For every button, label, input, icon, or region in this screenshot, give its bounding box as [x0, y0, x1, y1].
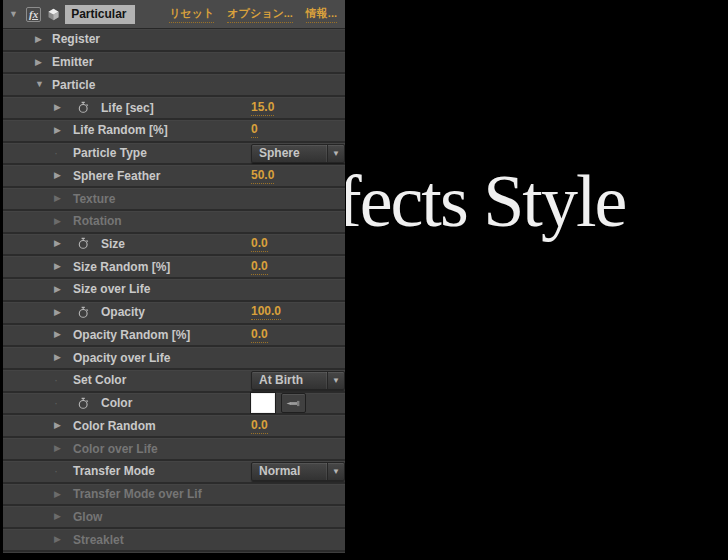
row-label-cell: · Color [3, 396, 251, 410]
property-value[interactable]: 15.0 [251, 100, 274, 116]
disclosure-triangle-icon[interactable]: ▶ [54, 262, 70, 271]
row-label-cell: ▶ Color Random [3, 419, 251, 433]
composition-text: fects Style [337, 159, 625, 244]
row-value-cell: Sphere ▼ [251, 144, 345, 163]
disclosure-triangle-icon[interactable]: ▶ [54, 285, 70, 294]
property-label: Particle Type [73, 146, 147, 160]
color-control [251, 393, 306, 413]
chevron-down-icon: ▼ [327, 145, 344, 162]
dropdown[interactable]: At Birth ▼ [251, 371, 345, 390]
dropdown[interactable]: Normal ▼ [251, 462, 345, 481]
effect-name[interactable]: Particular [65, 5, 134, 24]
disclosure-triangle-icon[interactable]: ▶ [54, 421, 70, 430]
disclosure-triangle-icon[interactable]: ▶ [54, 103, 70, 112]
disclosure-triangle-icon[interactable]: ▶ [54, 535, 70, 544]
disclosure-triangle-icon[interactable]: ▶ [35, 35, 49, 44]
property-value[interactable]: 0.0 [251, 259, 268, 275]
row-size: ▶ Size 0.0 [3, 234, 345, 257]
property-label: Size Random [%] [73, 260, 170, 274]
disclosure-triangle-icon[interactable]: ▶ [54, 126, 70, 135]
disclosure-triangle-icon[interactable]: ▶ [54, 171, 70, 180]
disclosure-triangle-icon: · [54, 465, 70, 477]
property-label: Color Random [73, 419, 156, 433]
property-label: Life [sec] [101, 101, 154, 115]
property-label: Color [101, 396, 132, 410]
row-label-cell: · Set Color [3, 373, 251, 387]
disclosure-triangle-icon[interactable]: ▶ [35, 58, 49, 67]
row-label-cell: ▶ Opacity Random [%] [3, 328, 251, 342]
disclosure-triangle-icon[interactable]: ▶ [54, 512, 70, 521]
row-register: ▶ Register [3, 29, 345, 52]
property-label: Life Random [%] [73, 123, 168, 137]
property-value[interactable]: 100.0 [251, 304, 281, 320]
property-value[interactable]: 0.0 [251, 327, 268, 343]
effect-links: リセット オプション... 情報... [169, 6, 345, 23]
property-value[interactable]: 0.0 [251, 418, 268, 434]
row-opacity-over-life: ▶ Opacity over Life [3, 347, 345, 370]
stopwatch-icon[interactable] [77, 306, 90, 319]
disclosure-triangle-icon[interactable]: ▶ [54, 239, 70, 248]
row-label-cell: ▶ Streaklet [3, 533, 251, 547]
property-value[interactable]: 0 [251, 122, 258, 138]
effect-cube-icon [47, 8, 60, 21]
row-value-cell: 100.0 [251, 304, 345, 320]
dropdown[interactable]: Sphere ▼ [251, 144, 345, 163]
property-label: Sphere Feather [73, 169, 160, 183]
fx-badge-icon[interactable]: fx [26, 7, 41, 22]
row-value-cell: 0.0 [251, 259, 345, 275]
dropdown-value: At Birth [252, 373, 327, 387]
stopwatch-icon[interactable] [77, 237, 90, 250]
color-swatch[interactable] [251, 393, 275, 413]
disclosure-triangle-icon[interactable]: ▶ [54, 330, 70, 339]
effect-header: ▼ fx Particular リセット オプション... 情報... [3, 0, 345, 29]
row-value-cell: 0.0 [251, 327, 345, 343]
disclosure-triangle-icon[interactable]: ▶ [54, 194, 70, 203]
disclosure-triangle-icon[interactable]: ▼ [35, 80, 49, 89]
chevron-down-icon: ▼ [327, 372, 344, 389]
row-value-cell: 15.0 [251, 100, 345, 116]
disclosure-triangle-icon[interactable]: ▶ [54, 444, 70, 453]
row-label-cell: ▶ Opacity over Life [3, 351, 251, 365]
stopwatch-icon[interactable] [77, 101, 90, 114]
row-label-cell: ▶ Size Random [%] [3, 260, 251, 274]
property-label: Register [52, 32, 100, 46]
row-texture: ▶ Texture [3, 188, 345, 211]
chevron-down-icon: ▼ [327, 463, 344, 480]
disclosure-triangle-icon[interactable]: ▶ [54, 308, 70, 317]
row-sphere-feather: ▶ Sphere Feather 50.0 [3, 165, 345, 188]
row-color: · Color [3, 393, 345, 416]
property-label: Opacity Random [%] [73, 328, 190, 342]
row-life-sec: ▶ Life [sec] 15.0 [3, 97, 345, 120]
disclosure-triangle-icon[interactable]: ▶ [54, 490, 70, 499]
disclosure-triangle-icon[interactable]: ▶ [54, 217, 70, 226]
options-link[interactable]: オプション... [227, 6, 292, 23]
row-value-cell [251, 393, 345, 413]
effect-controls-panel: ▼ fx Particular リセット オプション... 情報... ▶ Re… [3, 0, 345, 553]
row-label-cell: ▶ Glow [3, 510, 251, 524]
row-label-cell: · Particle Type [3, 146, 251, 160]
row-emitter: ▶ Emitter [3, 52, 345, 75]
eyedropper-icon[interactable] [281, 393, 306, 413]
info-link[interactable]: 情報... [306, 6, 337, 23]
property-value[interactable]: 50.0 [251, 168, 274, 184]
reset-link[interactable]: リセット [169, 6, 214, 23]
stopwatch-icon[interactable] [77, 397, 90, 410]
row-label-cell: ▶ Color over Life [3, 442, 251, 456]
property-label: Size [101, 237, 125, 251]
row-size-random: ▶ Size Random [%] 0.0 [3, 256, 345, 279]
row-label-cell: ▶ Opacity [3, 305, 251, 319]
disclosure-triangle-icon: · [54, 397, 70, 409]
property-value[interactable]: 0.0 [251, 236, 268, 252]
property-label: Glow [73, 510, 102, 524]
row-transfer-mode-over-lif: ▶ Transfer Mode over Lif [3, 484, 345, 507]
effect-collapse-triangle-icon[interactable]: ▼ [9, 9, 23, 19]
row-label-cell: ▶ Life Random [%] [3, 123, 251, 137]
disclosure-triangle-icon[interactable]: ▶ [54, 353, 70, 362]
property-rows: ▶ Register ▶ Emitter ▼ Particle [3, 29, 345, 552]
row-color-over-life: ▶ Color over Life [3, 438, 345, 461]
row-glow: ▶ Glow [3, 506, 345, 529]
row-label-cell: ▶ Transfer Mode over Lif [3, 487, 251, 501]
property-label: Rotation [73, 214, 122, 228]
row-label-cell: ▶ Rotation [3, 214, 251, 228]
row-label-cell: ▶ Register [3, 32, 232, 46]
